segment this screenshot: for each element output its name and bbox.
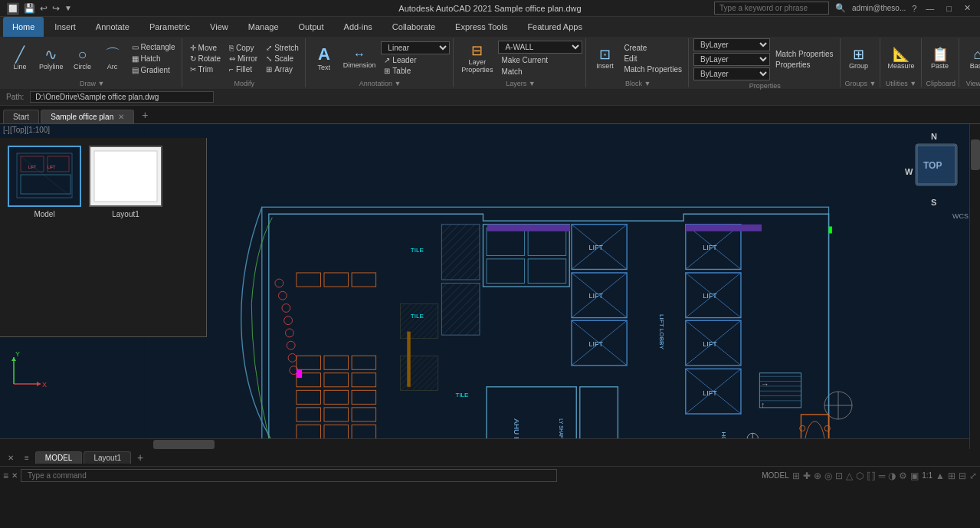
linetype-select[interactable]: ByLayer bbox=[693, 53, 770, 66]
create-block-button[interactable]: Create bbox=[621, 43, 685, 53]
model-tab[interactable]: MODEL bbox=[35, 451, 83, 464]
dimension-button[interactable]: ↔ Dimension bbox=[340, 47, 379, 71]
stretch-button[interactable]: ⤢ Stretch bbox=[263, 43, 302, 53]
circle-button[interactable]: ○ Circle bbox=[69, 45, 97, 72]
tab-view[interactable]: View bbox=[201, 17, 238, 37]
polar-icon[interactable]: ◎ bbox=[824, 471, 832, 481]
hatch-icon: ▦ bbox=[132, 54, 139, 63]
mirror-button[interactable]: ⇔ Mirror bbox=[226, 54, 261, 64]
paste-button[interactable]: 📋 Paste bbox=[926, 46, 954, 71]
qat-undo[interactable]: ↩ bbox=[40, 3, 48, 14]
match-props-button[interactable]: Match Properties bbox=[621, 64, 685, 74]
tab-home[interactable]: Home bbox=[3, 17, 44, 37]
qat-more[interactable]: ▼ bbox=[64, 4, 72, 12]
lw-icon[interactable]: ═ bbox=[879, 471, 886, 481]
move-button[interactable]: ✛ Move bbox=[187, 43, 224, 53]
osnap-icon[interactable]: ⊡ bbox=[835, 471, 843, 481]
array-button[interactable]: ⊞ Array bbox=[263, 64, 302, 74]
tab-manage[interactable]: Manage bbox=[239, 17, 288, 37]
polyline-button[interactable]: ∿ Polyline bbox=[36, 45, 67, 72]
tab-collaborate[interactable]: Collaborate bbox=[383, 17, 444, 37]
tab-addins[interactable]: Add-ins bbox=[335, 17, 382, 37]
statusbar-close-btn[interactable]: ✕ bbox=[11, 471, 18, 480]
tab-annotate[interactable]: Annotate bbox=[87, 17, 139, 37]
qprops-icon[interactable]: ⚙ bbox=[899, 471, 907, 481]
annotation-icon[interactable]: ▲ bbox=[936, 471, 945, 481]
scale-button[interactable]: ⤡ Scale bbox=[263, 54, 302, 64]
color-select[interactable]: ByLayer bbox=[693, 38, 770, 51]
otrack-icon[interactable]: △ bbox=[846, 471, 853, 481]
view-btn[interactable]: ⌂ Base bbox=[964, 46, 980, 71]
tab-featuredapps[interactable]: Featured Apps bbox=[518, 17, 592, 37]
layout1-thumbnail[interactable]: Layout1 bbox=[89, 146, 162, 218]
wcs-label: WCS bbox=[952, 212, 969, 220]
scrollbar-right[interactable] bbox=[969, 124, 980, 449]
ducs-icon[interactable]: ⬡ bbox=[856, 471, 864, 481]
viewport[interactable]: [-][Top][1:100] LIFT LIFT bbox=[0, 124, 980, 449]
maximize-button[interactable]: □ bbox=[943, 4, 955, 13]
edit-block-button[interactable]: Edit bbox=[621, 54, 685, 64]
viewcube[interactable]: N S W TOP bbox=[902, 130, 971, 199]
statusbar-icon[interactable]: ≡ bbox=[3, 471, 8, 481]
match-layer-button[interactable]: Match bbox=[498, 67, 582, 77]
help-icon[interactable]: ? bbox=[912, 4, 916, 13]
text-button[interactable]: A Text bbox=[310, 44, 338, 73]
scrollbar-right-thumb[interactable] bbox=[971, 139, 980, 170]
ws-icon[interactable]: ⊞ bbox=[948, 471, 955, 481]
selection-icon[interactable]: ▣ bbox=[910, 471, 919, 481]
app-icon[interactable]: 🔲 bbox=[6, 2, 19, 15]
minimize-button[interactable]: — bbox=[923, 4, 937, 13]
hatch-button[interactable]: ▦ Hatch bbox=[129, 54, 179, 64]
group-button[interactable]: ⊞ Group bbox=[845, 46, 873, 71]
match-props-btn2[interactable]: Match Properties bbox=[772, 49, 837, 59]
layer-selector[interactable]: A-WALL bbox=[498, 41, 582, 54]
tab-close-button[interactable]: ✕ bbox=[118, 113, 124, 121]
scrollbar-bottom-thumb[interactable] bbox=[153, 440, 215, 449]
layer-properties-button[interactable]: ⊟ LayerProperties bbox=[458, 42, 496, 75]
dimension-type-select[interactable]: Linear Aligned Angular bbox=[381, 41, 450, 54]
transparency-icon[interactable]: ◑ bbox=[888, 471, 896, 481]
measure-button[interactable]: 📐 Measure bbox=[885, 46, 918, 71]
snap-grid-icon[interactable]: ⊞ bbox=[792, 471, 800, 481]
fullscreen-icon[interactable]: ⤢ bbox=[969, 471, 977, 481]
dyn-icon[interactable]: ⟦⟧ bbox=[867, 471, 876, 481]
qat-save[interactable]: 💾 bbox=[24, 3, 35, 14]
line-button[interactable]: ╱ Line bbox=[6, 45, 34, 72]
tab-add-button[interactable]: + bbox=[136, 107, 154, 123]
search-icon[interactable]: 🔍 bbox=[835, 3, 846, 13]
add-layout-button[interactable]: + bbox=[133, 451, 148, 464]
tab-insert[interactable]: Insert bbox=[45, 17, 85, 37]
rotate-button[interactable]: ↻ Rotate bbox=[187, 54, 224, 64]
insert-button[interactable]: ⊡ Insert bbox=[591, 46, 618, 71]
arc-button[interactable]: ⌒ Arc bbox=[99, 45, 126, 72]
tab-output[interactable]: Output bbox=[290, 17, 333, 37]
fillet-button[interactable]: ⌐ Fillet bbox=[226, 64, 261, 74]
title-search-input[interactable] bbox=[714, 2, 829, 15]
close-button[interactable]: ✕ bbox=[961, 3, 974, 13]
gradient-button[interactable]: ▤ Gradient bbox=[129, 65, 179, 75]
model-thumbnail[interactable]: LIFT LIFT Model bbox=[8, 146, 81, 218]
panel-options-btn[interactable]: ≡ bbox=[20, 452, 34, 464]
properties-btn[interactable]: Properties bbox=[772, 60, 837, 70]
lineweight-select[interactable]: ByLayer bbox=[693, 67, 770, 80]
tab-sample-office-plan[interactable]: Sample office plan ✕ bbox=[41, 110, 134, 123]
qat-redo[interactable]: ↪ bbox=[52, 3, 60, 14]
tab-start[interactable]: Start bbox=[3, 110, 39, 123]
annotation-scale[interactable]: 1:1 bbox=[922, 471, 932, 480]
tab-expresstools[interactable]: Express Tools bbox=[446, 17, 516, 37]
command-input[interactable] bbox=[21, 469, 557, 482]
table-button[interactable]: ⊞ Table bbox=[381, 66, 450, 76]
ortho-icon[interactable]: ⊕ bbox=[814, 471, 821, 481]
snap-icon[interactable]: ✚ bbox=[803, 471, 811, 481]
path-input[interactable] bbox=[30, 91, 214, 103]
make-current-button[interactable]: Make Current bbox=[498, 55, 582, 65]
rectangle-button[interactable]: ▭ Rectangle bbox=[129, 42, 179, 52]
layout-icon[interactable]: ⊟ bbox=[959, 471, 966, 481]
leader-button[interactable]: ↗ Leader bbox=[381, 55, 450, 65]
copy-button[interactable]: ⎘ Copy bbox=[226, 43, 261, 53]
trim-button[interactable]: ✂ Trim bbox=[187, 64, 224, 74]
tab-parametric[interactable]: Parametric bbox=[140, 17, 199, 37]
scrollbar-bottom[interactable] bbox=[0, 438, 969, 449]
layout1-tab[interactable]: Layout1 bbox=[84, 451, 131, 464]
close-panel-btn[interactable]: ✕ bbox=[3, 452, 18, 464]
